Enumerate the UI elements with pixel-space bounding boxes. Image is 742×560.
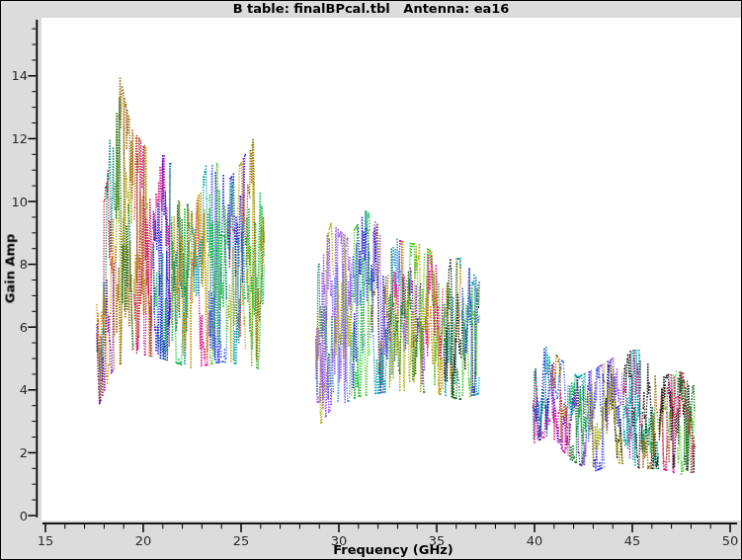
- plot-canvas[interactable]: [0, 0, 742, 560]
- plot-window: B table: finalBPcal.tbl Antenna: ea16 Ga…: [0, 0, 742, 560]
